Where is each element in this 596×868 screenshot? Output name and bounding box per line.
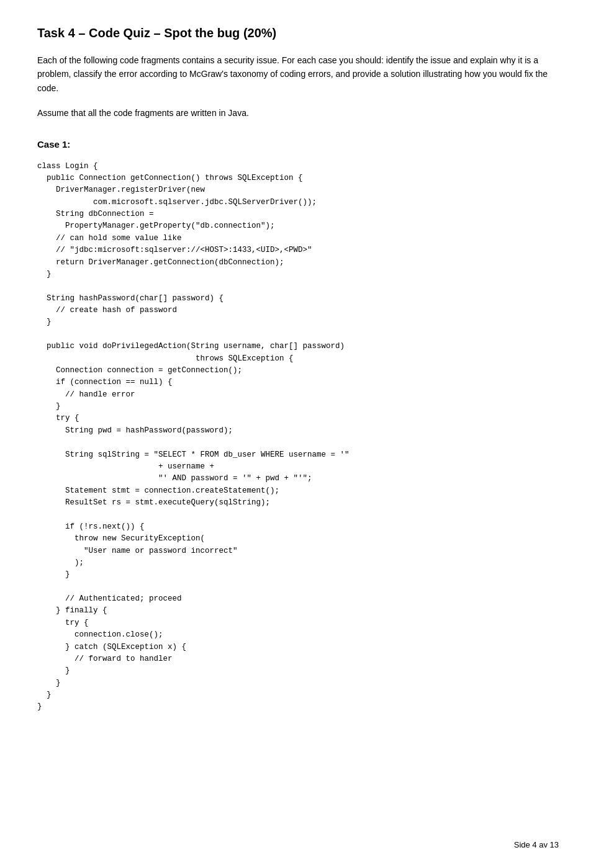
- assume-paragraph: Assume that all the code fragments are w…: [37, 106, 559, 120]
- code-block-container: class Login { public Connection getConne…: [37, 161, 559, 714]
- case1-heading: Case 1:: [37, 139, 559, 150]
- code-block-1: class Login { public Connection getConne…: [37, 161, 559, 714]
- page-title: Task 4 – Code Quiz – Spot the bug (20%): [37, 25, 559, 41]
- page-footer: Side 4 av 13: [514, 840, 559, 849]
- intro-paragraph: Each of the following code fragments con…: [37, 53, 559, 95]
